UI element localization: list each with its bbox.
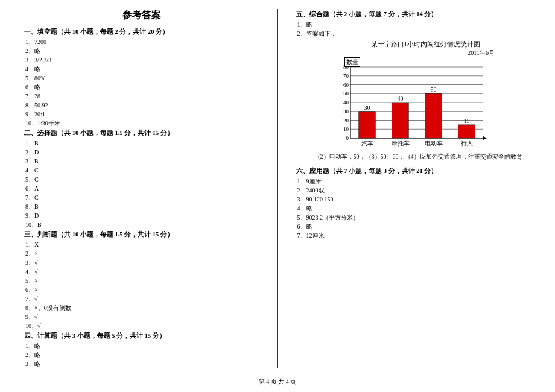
section-2-header: 二、选择题（共 10 小题，每题 1.5 分，共计 15 分） <box>24 129 259 138</box>
svg-rect-25 <box>392 103 408 138</box>
svg-text:行人: 行人 <box>460 140 472 147</box>
svg-text:30: 30 <box>343 109 349 115</box>
sec1-item: 2、略 <box>25 46 259 55</box>
sec2-item: 8、B <box>25 202 259 211</box>
sec2-item: 10、B <box>25 220 259 229</box>
svg-text:50: 50 <box>343 90 349 96</box>
sec1-item: 10、1:30千米 <box>25 119 259 128</box>
sec3-item: 5、× <box>25 276 259 285</box>
section-6-header: 六、应用题（共 7 小题，每题 3 分，共计 21 分） <box>296 167 531 175</box>
svg-rect-22 <box>358 112 375 138</box>
svg-text:70: 70 <box>343 73 349 79</box>
sec3-item: 9、√ <box>25 312 259 321</box>
sec3-item: 6、× <box>25 285 259 294</box>
svg-text:60: 60 <box>343 82 349 88</box>
sec6-item: 5、9023.2（平方分米） <box>297 213 531 222</box>
sec6-item: 7、12厘米 <box>297 231 531 240</box>
sec1-item: 7、28 <box>25 92 259 101</box>
sec6-item: 2、2400双 <box>297 186 531 195</box>
sec2-item: 6、A <box>25 184 259 193</box>
sec6-item: 3、90 120 150 <box>297 195 531 204</box>
chart-date: 2011年6月 <box>296 49 495 57</box>
sec4-item: 2、略 <box>25 350 259 359</box>
svg-text:15: 15 <box>463 118 469 124</box>
sec6-item: 6、略 <box>297 222 531 231</box>
svg-text:30: 30 <box>364 104 370 111</box>
sec2-item: 5、C <box>25 175 259 184</box>
svg-text:汽车: 汽车 <box>361 140 373 147</box>
page-title: 参考答案 <box>24 9 259 22</box>
sec2-item: 4、C <box>25 166 259 175</box>
sec1-item: 1、7200 <box>25 37 259 46</box>
section-4-header: 四、计算题（共 3 小题，每题 5 分，共计 15 分） <box>24 332 259 340</box>
sec1-item: 8、50.92 <box>25 101 259 110</box>
sec2-item: 9、D <box>25 211 259 220</box>
chart-caption: （2）电动车，50；（3）50、60；（4）应加强交通管理，注重交通安全的教育 <box>314 153 531 161</box>
svg-text:10: 10 <box>343 126 349 132</box>
sec4-item: 3、略 <box>25 359 259 368</box>
sec3-item: 1、X <box>25 240 259 249</box>
section-3-header: 三、判断题（共 10 小题，每题 1.5 分，共计 15 分） <box>24 230 259 239</box>
sec6-item: 4、略 <box>297 204 531 213</box>
svg-text:50: 50 <box>430 86 436 93</box>
sec1-item: 4、略 <box>25 65 259 74</box>
sec1-item: 5、80% <box>25 74 259 83</box>
svg-text:0: 0 <box>346 135 349 141</box>
sec6-item: 1、9厘米 <box>297 177 531 186</box>
svg-text:40: 40 <box>343 100 349 106</box>
sec4-item: 1、略 <box>25 341 259 350</box>
sec3-item: 3、√ <box>25 258 259 267</box>
sec2-item: 1、B <box>25 139 259 148</box>
section-1-header: 一、填空题（共 10 小题，每题 2 分，共计 20 分） <box>24 28 259 36</box>
svg-text:摩托车: 摩托车 <box>391 140 409 147</box>
sec5-item: 1、略 <box>297 20 531 29</box>
svg-rect-28 <box>425 93 442 138</box>
svg-marker-21 <box>483 136 487 140</box>
sec1-item: 6、略 <box>25 83 259 92</box>
y-axis-label: 数量 <box>344 57 360 67</box>
sec3-item: 10、√ <box>25 321 259 330</box>
svg-text:20: 20 <box>343 118 349 124</box>
sec2-item: 7、C <box>25 193 259 202</box>
chart-svg: 0102030405060708030汽车40摩托车50电动车15行人 <box>332 60 489 150</box>
sec1-item: 9、20:1 <box>25 110 259 119</box>
chart-title: 某十字路口1小时内闯红灯情况统计图 <box>320 40 531 49</box>
sec1-item: 3、3/2 2/3 <box>25 55 259 65</box>
sec3-item: 7、√ <box>25 294 259 303</box>
sec3-item: 2、× <box>25 249 259 258</box>
svg-text:电动车: 电动车 <box>424 140 442 147</box>
svg-text:40: 40 <box>397 95 403 102</box>
sec2-item: 2、D <box>25 148 259 157</box>
svg-rect-31 <box>458 125 475 138</box>
bar-chart: 数量 0102030405060708030汽车40摩托车50电动车15行人 <box>332 60 489 150</box>
sec3-item: 8、×。0没有倒数 <box>25 303 259 312</box>
page-footer: 第 4 页 共 4 页 <box>0 378 555 386</box>
sec5-item: 2、答案如下： <box>297 29 531 38</box>
section-5-header: 五、综合题（共 2 小题，每题 7 分，共计 14 分） <box>296 10 531 19</box>
sec3-item: 4、√ <box>25 267 259 276</box>
sec2-item: 3、B <box>25 157 259 166</box>
